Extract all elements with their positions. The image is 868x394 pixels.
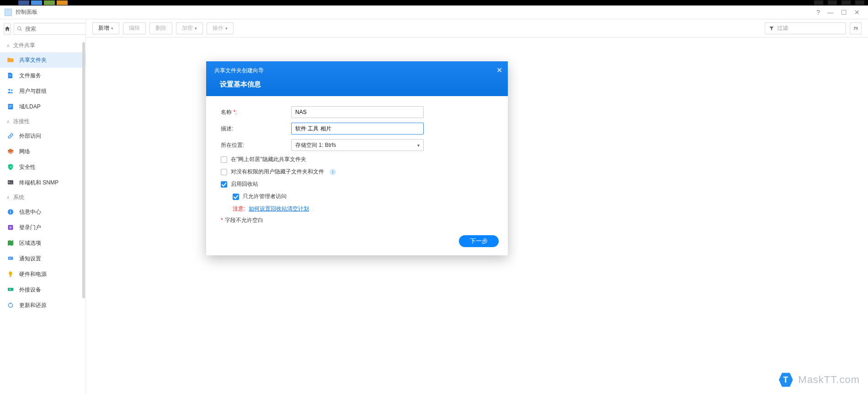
sort-button[interactable] [850,22,862,34]
sidebar-item-domain-ldap[interactable]: 域/LDAP [0,99,85,114]
taskbar-app-1[interactable] [18,0,29,5]
sidebar-item-label: 安全性 [19,163,36,171]
hide-network-checkbox[interactable]: 在"网上邻居"隐藏此共享文件夹 [221,156,493,163]
delete-button[interactable]: 删除 [149,22,172,34]
edit-button[interactable]: 编辑 [123,22,146,34]
modal-header: 共享文件夹创建向导 设置基本信息 ✕ [206,61,508,96]
modal-title: 共享文件夹创建向导 [214,67,500,75]
filter-box[interactable]: 过滤 [765,22,846,34]
sidebar-item-notification[interactable]: 通知设置 [0,251,85,266]
maximize-button[interactable]: ☐ [837,9,851,16]
os-taskbar [0,0,868,5]
home-button[interactable] [4,23,11,35]
desc-input[interactable] [291,123,424,135]
modal-footer: 下一步 [206,229,508,255]
region-icon [7,239,14,247]
help-button[interactable]: ? [813,9,824,16]
portal-icon [7,224,14,231]
modal-body: 名称 *: 描述: 所在位置: 存储空间 1: Btrfs ▾ [206,96,508,229]
sidebar-item-label: 文件服务 [19,72,41,80]
sidebar-scrollbar-thumb[interactable] [82,42,85,298]
create-shared-folder-wizard: 共享文件夹创建向导 设置基本信息 ✕ 名称 *: 描述: 所在位置: [206,61,508,255]
taskbar-left-cluster [18,0,68,5]
sidebar-item-login-portal[interactable]: 登录门户 [0,220,85,235]
sidebar-group-文件共享[interactable]: ∧文件共享 [0,38,85,52]
sidebar-item-label: 网络 [19,148,30,156]
sidebar-item-shared-folder[interactable]: 共享文件夹 [0,52,85,68]
update-icon [7,302,14,309]
sidebar-item-label: 硬件和电源 [19,270,47,278]
sidebar-item-hardware-power[interactable]: 硬件和电源 [0,266,85,282]
chevron-down-icon: ▾ [225,26,228,31]
terminal-icon [7,179,14,186]
app-icon [5,9,12,16]
home-icon [4,26,11,32]
taskbar-tray [814,0,864,5]
info-icon[interactable]: i [330,169,336,175]
link-icon [7,132,14,140]
sidebar-item-security[interactable]: 安全性 [0,159,85,175]
chevron-down-icon: ▾ [111,26,113,31]
sidebar-item-label: 外接设备 [19,286,41,294]
close-button[interactable]: ✕ [851,9,863,16]
sidebar-item-label: 域/LDAP [19,103,41,111]
svg-rect-7 [10,276,11,276]
tray-icon-4[interactable] [855,0,864,5]
sidebar-item-network[interactable]: 网络 [0,144,85,159]
name-input[interactable] [291,106,424,118]
sidebar-search[interactable] [14,23,86,35]
taskbar-app-2[interactable] [31,0,42,5]
action-button[interactable]: 操作▾ [207,22,234,34]
tray-icon-1[interactable] [814,0,823,5]
enable-recycle-label: 启用回收站 [231,180,258,188]
sidebar-item-label: 区域选项 [19,239,41,247]
sort-icon [853,26,858,31]
sidebar-item-label: 外部访问 [19,132,41,140]
sidebar-item-info-center[interactable]: 信息中心 [0,204,85,220]
enable-recycle-checkbox[interactable]: 启用回收站 [221,180,493,188]
folder-icon [7,56,14,64]
chevron-up-icon: ∧ [6,195,10,200]
taskbar-app-4[interactable] [57,0,68,5]
recycle-schedule-link[interactable]: 如何设置回收站清空计划 [249,205,309,212]
sidebar-item-external-access[interactable]: 外部访问 [0,128,85,144]
sidebar-item-label: 通知设置 [19,255,41,263]
desc-label: 描述: [221,125,291,133]
search-input[interactable] [25,26,86,32]
sidebar-item-regional[interactable]: 区域选项 [0,235,85,251]
search-icon [17,26,22,32]
hide-network-label: 在"网上邻居"隐藏此共享文件夹 [231,156,306,163]
funnel-icon [769,26,774,31]
location-select[interactable]: 存储空间 1: Btrfs ▾ [291,139,424,151]
group-label: 连接性 [13,118,30,125]
ldap-icon [7,103,14,110]
sidebar-item-file-services[interactable]: 文件服务 [0,68,85,83]
file-icon [7,72,14,79]
sidebar-item-label: 登录门户 [19,224,41,232]
tray-icon-3[interactable] [841,0,851,5]
sidebar-item-user-group[interactable]: 用户与群组 [0,83,85,99]
sidebar-item-update-restore[interactable]: 更新和还原 [0,297,85,313]
note-label: 注意: [233,205,245,212]
encrypt-button[interactable]: 加密▾ [176,22,203,34]
create-button[interactable]: 新增▾ [92,22,119,34]
checkbox-icon [221,157,227,163]
filter-label: 过滤 [777,24,788,32]
minimize-button[interactable]: — [824,9,837,16]
admin-only-label: 只允许管理者访问 [243,193,287,200]
admin-only-checkbox[interactable]: 只允许管理者访问 [233,193,493,200]
sidebar-group-系统[interactable]: ∧系统 [0,190,85,204]
hide-noaccess-label: 对没有权限的用户隐藏子文件夹和文件 [231,168,324,176]
sidebar-item-external-devices[interactable]: 外接设备 [0,282,85,297]
sidebar-group-连接性[interactable]: ∧连接性 [0,114,85,128]
taskbar-app-3[interactable] [44,0,55,5]
modal-close-button[interactable]: ✕ [496,66,502,75]
next-button[interactable]: 下一步 [459,235,499,247]
hide-noaccess-checkbox[interactable]: 对没有权限的用户隐藏子文件夹和文件i [221,168,493,176]
group-label: 文件共享 [13,42,35,49]
edit-label: 编辑 [129,24,140,32]
sidebar-item-terminal-snmp[interactable]: 终端机和 SNMP [0,175,85,190]
chevron-up-icon: ∧ [6,119,10,124]
tray-icon-2[interactable] [828,0,837,5]
sidebar-item-label: 信息中心 [19,208,41,216]
